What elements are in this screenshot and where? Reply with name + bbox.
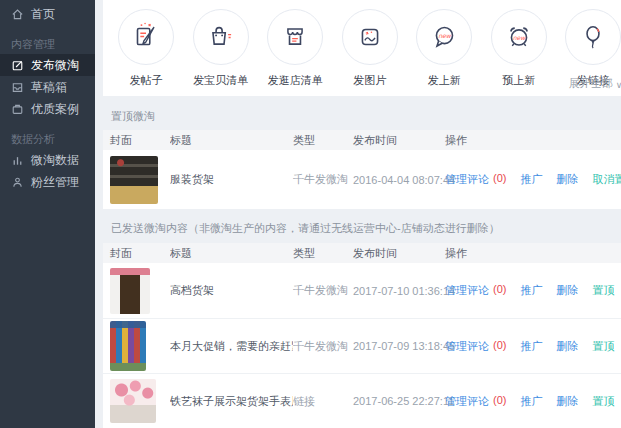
publish-time: 2017-07-09 13:18:45: [353, 340, 445, 352]
sent-section-title: 已发送微淘内容（非微淘生产的内容，请通过无线运营中心-店铺动态进行删除）: [103, 209, 621, 243]
post-type: 千牛发微淘: [293, 283, 353, 298]
sidebar-item-case[interactable]: 优质案例: [0, 98, 95, 120]
sidebar-section-label: 内容管理: [0, 34, 95, 54]
sidebar-item-label: 首页: [31, 6, 55, 23]
delete-link[interactable]: 删除: [556, 172, 578, 187]
quick-actions-row: 发帖子 发宝贝清单 发逛店清单 发图片 发上新 预上新 发链接: [103, 0, 621, 88]
cover-cell: [103, 268, 170, 314]
pin-toggle-link[interactable]: 置顶: [592, 339, 614, 354]
manage-comments-link[interactable]: 管理评论 (0): [445, 283, 506, 298]
sidebar-item-fans[interactable]: 粉丝管理: [0, 171, 95, 193]
chevron-down-icon: [616, 78, 621, 90]
sent-table: 封面标题类型发布时间操作 高档货架 千牛发微淘 2017-07-10 01:36…: [103, 243, 621, 428]
quick-action-bag[interactable]: 发宝贝清单: [193, 9, 249, 88]
publish-time: 2017-07-10 01:36:14: [353, 285, 445, 297]
quick-action-label: 发帖子: [130, 73, 163, 88]
delete-link[interactable]: 删除: [556, 394, 578, 409]
cover-image[interactable]: [110, 321, 146, 371]
quick-action-shop[interactable]: 发逛店清单: [267, 9, 323, 88]
quick-action-post[interactable]: 发帖子: [118, 9, 174, 88]
table-header-row: 封面标题类型发布时间操作: [103, 243, 621, 263]
pin-toggle-link[interactable]: 置顶: [592, 394, 614, 409]
balloon-icon: [565, 9, 621, 65]
table-body: 高档货架 千牛发微淘 2017-07-10 01:36:14 管理评论 (0) …: [103, 263, 621, 428]
bag-icon: [193, 9, 249, 65]
home-icon: [11, 8, 24, 21]
alarm-new-icon: [491, 9, 547, 65]
table-row: 高档货架 千牛发微淘 2017-07-10 01:36:14 管理评论 (0) …: [103, 263, 621, 318]
sidebar: 首页 内容管理 发布微淘 草稿箱 优质案例 数据分析 微淘数据 粉丝管理: [0, 0, 95, 428]
shop-icon: [267, 9, 323, 65]
table-header-row: 封面标题类型发布时间操作: [103, 130, 621, 150]
table-body: 服装货架 千牛发微淘 2016-04-04 08:07:44 管理评论 (0) …: [103, 150, 621, 209]
pinned-section-title: 置顶微淘: [103, 96, 621, 130]
promote-link[interactable]: 推广: [520, 283, 542, 298]
manage-comments-link[interactable]: 管理评论 (0): [445, 339, 506, 354]
column-header: 标题: [170, 246, 293, 261]
cover-image[interactable]: [110, 379, 156, 423]
publish-time: 2016-04-04 08:07:44: [353, 174, 445, 186]
post-title: 本月大促销，需要的亲赶紧来: [170, 339, 293, 354]
column-header: 标题: [170, 133, 293, 148]
expand-all-link[interactable]: 展开全部: [569, 76, 621, 91]
pin-toggle-link[interactable]: 置顶: [592, 283, 614, 298]
promote-link[interactable]: 推广: [520, 172, 542, 187]
column-header: 发布时间: [353, 133, 445, 148]
column-header: 操作: [445, 246, 621, 261]
sidebar-item-compose[interactable]: 发布微淘: [0, 54, 95, 76]
quick-action-alarm-new[interactable]: 预上新: [491, 9, 547, 88]
sidebar-section-label: 数据分析: [0, 129, 95, 149]
column-header: 封面: [103, 246, 170, 261]
delete-link[interactable]: 删除: [556, 283, 578, 298]
comment-count: (0): [493, 172, 506, 187]
sidebar-item-chart[interactable]: 微淘数据: [0, 149, 95, 171]
pinned-table: 封面标题类型发布时间操作 服装货架 千牛发微淘 2016-04-04 08:07…: [103, 130, 621, 209]
promote-link[interactable]: 推广: [520, 339, 542, 354]
post-icon: [118, 9, 174, 65]
post-title: 铁艺袜子展示架货架手表展示架: [170, 394, 293, 409]
column-header: 操作: [445, 133, 621, 148]
actions-cell: 管理评论 (0) 推广 删除 取消置顶: [445, 172, 621, 187]
quick-action-label: 发图片: [353, 73, 386, 88]
sidebar-item-draft[interactable]: 草稿箱: [0, 76, 95, 98]
column-header: 类型: [293, 133, 353, 148]
cover-cell: [103, 321, 170, 371]
manage-comments-link[interactable]: 管理评论 (0): [445, 394, 506, 409]
sidebar-item-label: 粉丝管理: [31, 174, 79, 191]
table-row: 铁艺袜子展示架货架手表展示架 链接 2017-06-25 22:27:11 管理…: [103, 373, 621, 428]
quick-action-image[interactable]: 发图片: [342, 9, 398, 88]
cover-image[interactable]: [110, 156, 158, 204]
post-title: 服装货架: [170, 172, 293, 187]
sidebar-item-home[interactable]: 首页: [0, 3, 95, 25]
cover-cell: [103, 379, 170, 423]
sidebar-item-label: 优质案例: [31, 101, 79, 118]
actions-cell: 管理评论 (0) 推广 删除 置顶: [445, 339, 621, 354]
comment-count: (0): [493, 394, 506, 409]
pin-toggle-link[interactable]: 取消置顶: [592, 172, 621, 187]
column-header: 类型: [293, 246, 353, 261]
cover-cell: [103, 156, 170, 204]
column-header: 发布时间: [353, 246, 445, 261]
quick-action-label: 发上新: [428, 73, 461, 88]
chart-icon: [11, 154, 24, 167]
table-row: 本月大促销，需要的亲赶紧来 千牛发微淘 2017-07-09 13:18:45 …: [103, 318, 621, 373]
sidebar-item-label: 草稿箱: [31, 79, 67, 96]
quick-action-bubble-new[interactable]: 发上新: [416, 9, 472, 88]
sidebar-item-label: 发布微淘: [31, 57, 79, 74]
actions-cell: 管理评论 (0) 推广 删除 置顶: [445, 394, 621, 409]
main-content: 发帖子 发宝贝清单 发逛店清单 发图片 发上新 预上新 发链接: [95, 0, 621, 428]
comment-count: (0): [493, 339, 506, 354]
quick-action-label: 发逛店清单: [268, 73, 323, 88]
case-icon: [11, 103, 24, 116]
sidebar-nav: 首页 内容管理 发布微淘 草稿箱 优质案例 数据分析 微淘数据 粉丝管理: [0, 3, 95, 193]
table-row: 服装货架 千牛发微淘 2016-04-04 08:07:44 管理评论 (0) …: [103, 150, 621, 209]
manage-comments-link[interactable]: 管理评论 (0): [445, 172, 506, 187]
quick-action-label: 预上新: [502, 73, 535, 88]
cover-image[interactable]: [110, 268, 150, 314]
column-header: 封面: [103, 133, 170, 148]
publish-time: 2017-06-25 22:27:11: [353, 395, 445, 407]
delete-link[interactable]: 删除: [556, 339, 578, 354]
comment-count: (0): [493, 283, 506, 298]
promote-link[interactable]: 推广: [520, 394, 542, 409]
post-type: 千牛发微淘: [293, 172, 353, 187]
